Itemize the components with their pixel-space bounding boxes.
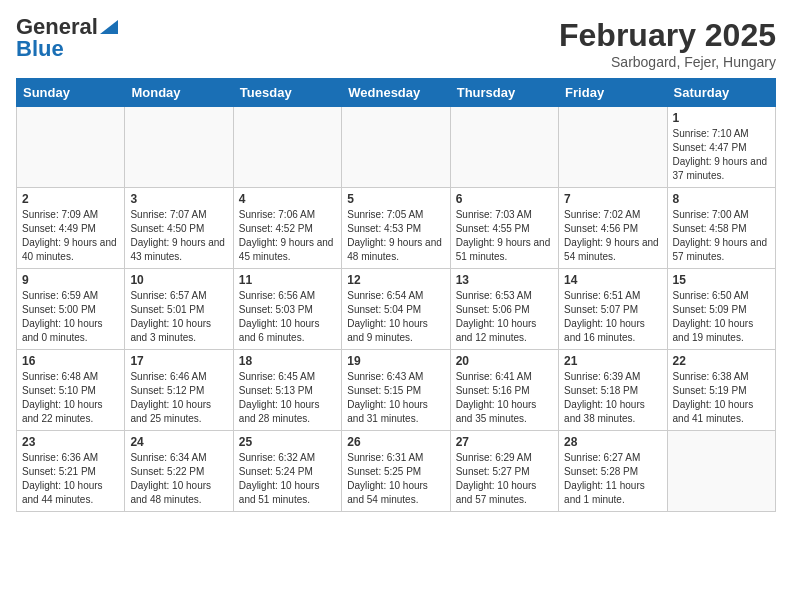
calendar-cell bbox=[233, 107, 341, 188]
calendar-week-row: 1Sunrise: 7:10 AM Sunset: 4:47 PM Daylig… bbox=[17, 107, 776, 188]
day-number: 24 bbox=[130, 435, 227, 449]
day-info: Sunrise: 7:00 AM Sunset: 4:58 PM Dayligh… bbox=[673, 208, 770, 264]
day-info: Sunrise: 6:31 AM Sunset: 5:25 PM Dayligh… bbox=[347, 451, 444, 507]
calendar-cell: 26Sunrise: 6:31 AM Sunset: 5:25 PM Dayli… bbox=[342, 431, 450, 512]
day-info: Sunrise: 6:59 AM Sunset: 5:00 PM Dayligh… bbox=[22, 289, 119, 345]
calendar-header-wednesday: Wednesday bbox=[342, 79, 450, 107]
calendar-cell: 12Sunrise: 6:54 AM Sunset: 5:04 PM Dayli… bbox=[342, 269, 450, 350]
day-number: 18 bbox=[239, 354, 336, 368]
calendar-cell: 6Sunrise: 7:03 AM Sunset: 4:55 PM Daylig… bbox=[450, 188, 558, 269]
day-number: 23 bbox=[22, 435, 119, 449]
location-title: Sarbogard, Fejer, Hungary bbox=[559, 54, 776, 70]
day-number: 25 bbox=[239, 435, 336, 449]
calendar-cell: 1Sunrise: 7:10 AM Sunset: 4:47 PM Daylig… bbox=[667, 107, 775, 188]
calendar-cell bbox=[667, 431, 775, 512]
day-info: Sunrise: 6:29 AM Sunset: 5:27 PM Dayligh… bbox=[456, 451, 553, 507]
svg-marker-0 bbox=[100, 20, 118, 34]
day-number: 17 bbox=[130, 354, 227, 368]
day-number: 2 bbox=[22, 192, 119, 206]
page-header: General Blue February 2025 Sarbogard, Fe… bbox=[16, 16, 776, 70]
calendar-cell bbox=[17, 107, 125, 188]
day-number: 21 bbox=[564, 354, 661, 368]
calendar-week-row: 16Sunrise: 6:48 AM Sunset: 5:10 PM Dayli… bbox=[17, 350, 776, 431]
day-info: Sunrise: 6:50 AM Sunset: 5:09 PM Dayligh… bbox=[673, 289, 770, 345]
calendar-cell: 9Sunrise: 6:59 AM Sunset: 5:00 PM Daylig… bbox=[17, 269, 125, 350]
calendar-cell: 18Sunrise: 6:45 AM Sunset: 5:13 PM Dayli… bbox=[233, 350, 341, 431]
calendar-cell: 20Sunrise: 6:41 AM Sunset: 5:16 PM Dayli… bbox=[450, 350, 558, 431]
calendar-cell: 21Sunrise: 6:39 AM Sunset: 5:18 PM Dayli… bbox=[559, 350, 667, 431]
calendar-cell bbox=[342, 107, 450, 188]
day-info: Sunrise: 6:48 AM Sunset: 5:10 PM Dayligh… bbox=[22, 370, 119, 426]
day-number: 9 bbox=[22, 273, 119, 287]
day-number: 6 bbox=[456, 192, 553, 206]
calendar-cell bbox=[450, 107, 558, 188]
calendar-header-tuesday: Tuesday bbox=[233, 79, 341, 107]
calendar-table: SundayMondayTuesdayWednesdayThursdayFrid… bbox=[16, 78, 776, 512]
logo-icon bbox=[100, 16, 118, 34]
calendar-header-thursday: Thursday bbox=[450, 79, 558, 107]
calendar-cell: 8Sunrise: 7:00 AM Sunset: 4:58 PM Daylig… bbox=[667, 188, 775, 269]
calendar-header-row: SundayMondayTuesdayWednesdayThursdayFrid… bbox=[17, 79, 776, 107]
logo-general-text: General bbox=[16, 16, 98, 38]
calendar-cell: 23Sunrise: 6:36 AM Sunset: 5:21 PM Dayli… bbox=[17, 431, 125, 512]
day-number: 15 bbox=[673, 273, 770, 287]
day-number: 10 bbox=[130, 273, 227, 287]
day-info: Sunrise: 7:06 AM Sunset: 4:52 PM Dayligh… bbox=[239, 208, 336, 264]
calendar-cell: 14Sunrise: 6:51 AM Sunset: 5:07 PM Dayli… bbox=[559, 269, 667, 350]
day-info: Sunrise: 6:39 AM Sunset: 5:18 PM Dayligh… bbox=[564, 370, 661, 426]
day-number: 28 bbox=[564, 435, 661, 449]
day-info: Sunrise: 7:03 AM Sunset: 4:55 PM Dayligh… bbox=[456, 208, 553, 264]
logo-blue-text: Blue bbox=[16, 38, 64, 60]
day-info: Sunrise: 6:27 AM Sunset: 5:28 PM Dayligh… bbox=[564, 451, 661, 507]
day-info: Sunrise: 7:05 AM Sunset: 4:53 PM Dayligh… bbox=[347, 208, 444, 264]
day-number: 26 bbox=[347, 435, 444, 449]
day-info: Sunrise: 7:02 AM Sunset: 4:56 PM Dayligh… bbox=[564, 208, 661, 264]
calendar-cell: 25Sunrise: 6:32 AM Sunset: 5:24 PM Dayli… bbox=[233, 431, 341, 512]
calendar-cell: 28Sunrise: 6:27 AM Sunset: 5:28 PM Dayli… bbox=[559, 431, 667, 512]
day-number: 12 bbox=[347, 273, 444, 287]
day-info: Sunrise: 6:53 AM Sunset: 5:06 PM Dayligh… bbox=[456, 289, 553, 345]
day-info: Sunrise: 6:51 AM Sunset: 5:07 PM Dayligh… bbox=[564, 289, 661, 345]
calendar-cell: 27Sunrise: 6:29 AM Sunset: 5:27 PM Dayli… bbox=[450, 431, 558, 512]
day-number: 27 bbox=[456, 435, 553, 449]
day-info: Sunrise: 6:57 AM Sunset: 5:01 PM Dayligh… bbox=[130, 289, 227, 345]
calendar-header-monday: Monday bbox=[125, 79, 233, 107]
day-number: 3 bbox=[130, 192, 227, 206]
day-info: Sunrise: 7:10 AM Sunset: 4:47 PM Dayligh… bbox=[673, 127, 770, 183]
calendar-cell: 3Sunrise: 7:07 AM Sunset: 4:50 PM Daylig… bbox=[125, 188, 233, 269]
calendar-week-row: 23Sunrise: 6:36 AM Sunset: 5:21 PM Dayli… bbox=[17, 431, 776, 512]
calendar-cell bbox=[125, 107, 233, 188]
calendar-cell: 24Sunrise: 6:34 AM Sunset: 5:22 PM Dayli… bbox=[125, 431, 233, 512]
calendar-cell: 17Sunrise: 6:46 AM Sunset: 5:12 PM Dayli… bbox=[125, 350, 233, 431]
calendar-week-row: 9Sunrise: 6:59 AM Sunset: 5:00 PM Daylig… bbox=[17, 269, 776, 350]
calendar-header-sunday: Sunday bbox=[17, 79, 125, 107]
calendar-header-saturday: Saturday bbox=[667, 79, 775, 107]
day-info: Sunrise: 6:43 AM Sunset: 5:15 PM Dayligh… bbox=[347, 370, 444, 426]
calendar-cell: 10Sunrise: 6:57 AM Sunset: 5:01 PM Dayli… bbox=[125, 269, 233, 350]
day-number: 7 bbox=[564, 192, 661, 206]
calendar-cell: 22Sunrise: 6:38 AM Sunset: 5:19 PM Dayli… bbox=[667, 350, 775, 431]
day-number: 19 bbox=[347, 354, 444, 368]
day-info: Sunrise: 6:54 AM Sunset: 5:04 PM Dayligh… bbox=[347, 289, 444, 345]
day-info: Sunrise: 6:46 AM Sunset: 5:12 PM Dayligh… bbox=[130, 370, 227, 426]
day-info: Sunrise: 6:36 AM Sunset: 5:21 PM Dayligh… bbox=[22, 451, 119, 507]
day-number: 13 bbox=[456, 273, 553, 287]
title-section: February 2025 Sarbogard, Fejer, Hungary bbox=[559, 16, 776, 70]
day-info: Sunrise: 6:34 AM Sunset: 5:22 PM Dayligh… bbox=[130, 451, 227, 507]
calendar-week-row: 2Sunrise: 7:09 AM Sunset: 4:49 PM Daylig… bbox=[17, 188, 776, 269]
calendar-cell bbox=[559, 107, 667, 188]
day-info: Sunrise: 6:41 AM Sunset: 5:16 PM Dayligh… bbox=[456, 370, 553, 426]
logo: General Blue bbox=[16, 16, 118, 60]
calendar-cell: 4Sunrise: 7:06 AM Sunset: 4:52 PM Daylig… bbox=[233, 188, 341, 269]
calendar-cell: 2Sunrise: 7:09 AM Sunset: 4:49 PM Daylig… bbox=[17, 188, 125, 269]
day-number: 1 bbox=[673, 111, 770, 125]
calendar-cell: 16Sunrise: 6:48 AM Sunset: 5:10 PM Dayli… bbox=[17, 350, 125, 431]
day-number: 4 bbox=[239, 192, 336, 206]
calendar-cell: 5Sunrise: 7:05 AM Sunset: 4:53 PM Daylig… bbox=[342, 188, 450, 269]
calendar-cell: 19Sunrise: 6:43 AM Sunset: 5:15 PM Dayli… bbox=[342, 350, 450, 431]
calendar-cell: 11Sunrise: 6:56 AM Sunset: 5:03 PM Dayli… bbox=[233, 269, 341, 350]
day-info: Sunrise: 6:56 AM Sunset: 5:03 PM Dayligh… bbox=[239, 289, 336, 345]
calendar-cell: 15Sunrise: 6:50 AM Sunset: 5:09 PM Dayli… bbox=[667, 269, 775, 350]
day-info: Sunrise: 6:45 AM Sunset: 5:13 PM Dayligh… bbox=[239, 370, 336, 426]
day-number: 8 bbox=[673, 192, 770, 206]
